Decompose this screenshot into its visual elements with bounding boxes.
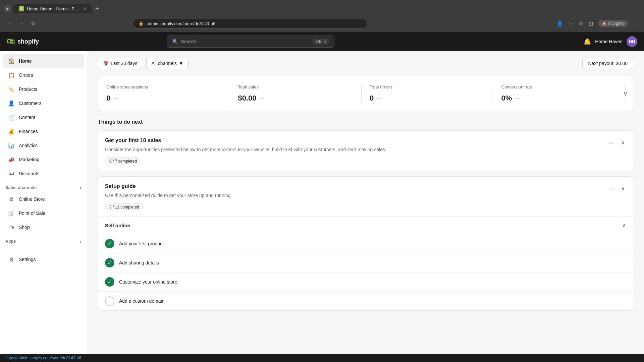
customers-icon: 👤 bbox=[8, 100, 15, 107]
back-button[interactable]: ← bbox=[5, 19, 13, 28]
checklist-text-add-product: Add your first product bbox=[119, 241, 164, 246]
incognito-badge: 🕵 Incognito bbox=[598, 20, 628, 27]
sell-online-header[interactable]: Sell online ∧ bbox=[98, 217, 633, 234]
sidebar-item-settings[interactable]: ⚙ Settings bbox=[3, 253, 84, 266]
new-tab-button[interactable]: + bbox=[92, 4, 103, 14]
online-store-icon: 🖥 bbox=[8, 196, 15, 202]
next-payout-label: Next payout: $0.00 bbox=[582, 58, 633, 69]
date-filter-button[interactable]: 📅 Last 30 days bbox=[98, 58, 142, 69]
checklist-item-add-sharing[interactable]: ✓ Add sharing details bbox=[98, 253, 633, 272]
browser-tab-bar: ▼ S Home Haven - Home · Shopify ✕ + bbox=[0, 0, 644, 15]
discounts-icon: 🏷 bbox=[8, 170, 15, 177]
sales-channel-items-container: 🖥 Online Store 🛒 Point of Sale 🛍 Shop bbox=[0, 192, 87, 234]
first-sales-collapse-button[interactable]: ∨ bbox=[620, 138, 626, 147]
sidebar-item-customers[interactable]: 👤 Customers bbox=[3, 97, 84, 110]
analytics-icon: 📊 bbox=[8, 142, 15, 149]
first-sales-more-button[interactable]: ··· bbox=[606, 137, 617, 148]
calendar-icon: 📅 bbox=[103, 61, 109, 66]
orders-value: 0 — bbox=[370, 94, 485, 103]
orders-label: Total orders bbox=[370, 84, 392, 91]
shopify-bag-icon: 🛍 bbox=[7, 37, 15, 46]
sidebar-item-point-of-sale[interactable]: 🛒 Point of Sale bbox=[3, 206, 84, 220]
shop-label: Shop bbox=[19, 225, 79, 230]
tab-close-button[interactable]: ✕ bbox=[83, 6, 87, 11]
finances-icon: 💰 bbox=[8, 128, 15, 135]
status-bar: https://admin.shopify.com/store/de8143-a… bbox=[0, 354, 644, 362]
menu-icon[interactable]: ⋮ bbox=[633, 20, 639, 27]
content-icon: 📄 bbox=[8, 114, 15, 121]
sell-online-collapse-icon: ∧ bbox=[622, 222, 626, 229]
sidebar-item-discounts[interactable]: 🏷 Discounts bbox=[3, 167, 84, 180]
checklist-item-customize-store[interactable]: ✓ Customize your online store bbox=[98, 272, 633, 291]
search-bar[interactable]: 🔍 Search Ctrl K bbox=[167, 36, 334, 48]
active-tab[interactable]: S Home Haven - Home · Shopify ✕ bbox=[13, 4, 92, 13]
setup-guide-header: Setup guide Use this personalized guide … bbox=[98, 177, 633, 217]
checklist-items-container: ✓ Add your first product ✓ Add sharing d… bbox=[98, 234, 633, 310]
sidebar-item-shop[interactable]: 🛍 Shop bbox=[3, 221, 84, 234]
sales-channels-section: Sales channels › bbox=[0, 181, 87, 192]
first-sales-content: Get your first 10 sales Consider the opp… bbox=[105, 137, 606, 165]
checklist-item-add-domain[interactable]: Add a custom domain bbox=[98, 291, 633, 310]
shopify-app: 🛍 shopify 🔍 Search Ctrl K 🔔 Home Haven H… bbox=[0, 32, 644, 362]
channel-filter-button[interactable]: All channels ▼ bbox=[146, 58, 188, 69]
filter-bar: 📅 Last 30 days All channels ▼ Next payou… bbox=[98, 58, 633, 69]
status-url: https://admin.shopify.com/store/de8143-a… bbox=[5, 356, 81, 360]
header-right: 🔔 Home Haven HH bbox=[584, 36, 637, 47]
setup-guide-more-button[interactable]: ··· bbox=[606, 183, 617, 194]
stat-sales: Total sales $0.00 — bbox=[230, 84, 362, 103]
sidebar-item-products[interactable]: 🏷️ Products bbox=[3, 82, 84, 96]
first-sales-desc: Consider the opportunities presented bel… bbox=[105, 146, 606, 153]
setup-guide-title: Setup guide bbox=[105, 183, 606, 189]
orders-label: Orders bbox=[19, 72, 79, 78]
setup-guide-card: Setup guide Use this personalized guide … bbox=[98, 176, 633, 311]
apps-chevron[interactable]: › bbox=[80, 239, 82, 244]
reload-button[interactable]: ↻ bbox=[30, 19, 37, 28]
notification-bell-button[interactable]: 🔔 bbox=[584, 38, 591, 45]
content-label: Content bbox=[19, 115, 79, 120]
settings-icon: ⚙ bbox=[8, 256, 15, 263]
marketing-icon: 📣 bbox=[8, 156, 15, 163]
store-avatar[interactable]: HH bbox=[627, 36, 637, 47]
setup-guide-desc: Use this personalized guide to get your … bbox=[105, 192, 606, 199]
sessions-value: 0 — bbox=[106, 94, 222, 103]
sales-channels-chevron[interactable]: › bbox=[80, 185, 82, 190]
sidebar-item-analytics[interactable]: 📊 Analytics bbox=[3, 139, 84, 152]
sessions-label: Online store sessions bbox=[106, 84, 148, 91]
customers-label: Customers bbox=[19, 101, 79, 106]
split-screen-icon[interactable]: ⊡ bbox=[589, 20, 593, 27]
products-label: Products bbox=[19, 86, 79, 92]
checklist-icon-customize-store: ✓ bbox=[105, 277, 114, 287]
stats-expand-button[interactable]: ∨ bbox=[623, 90, 628, 97]
conversion-label: Conversion rate bbox=[501, 84, 532, 91]
first-sales-actions: ··· ∨ bbox=[606, 137, 626, 148]
sidebar-item-finances[interactable]: 💰 Finances bbox=[3, 125, 84, 138]
bookmark-icon[interactable]: ☆ bbox=[569, 20, 573, 27]
shopify-header: 🛍 shopify 🔍 Search Ctrl K 🔔 Home Haven H… bbox=[0, 32, 644, 51]
tab-group-button[interactable]: ▼ bbox=[4, 5, 11, 12]
sidebar-item-orders[interactable]: 📋 Orders bbox=[3, 68, 84, 82]
point-of-sale-icon: 🛒 bbox=[8, 210, 15, 217]
main-content: 📅 Last 30 days All channels ▼ Next payou… bbox=[87, 51, 644, 354]
setup-guide-content: Setup guide Use this personalized guide … bbox=[105, 183, 606, 211]
sidebar-item-online-store[interactable]: 🖥 Online Store bbox=[3, 192, 84, 206]
channel-filter-chevron: ▼ bbox=[179, 61, 183, 66]
setup-guide-collapse-button[interactable]: ∧ bbox=[620, 184, 626, 193]
discounts-label: Discounts bbox=[19, 171, 79, 176]
forward-button[interactable]: → bbox=[17, 19, 25, 28]
address-bar[interactable]: 🔒 admin.shopify.com/store/de8143-a6 bbox=[133, 19, 368, 28]
home-label: Home bbox=[19, 58, 79, 64]
sidebar-item-home[interactable]: 🏠 Home bbox=[3, 54, 84, 68]
stat-conversion: Conversion rate 0% — bbox=[493, 84, 625, 103]
date-filter-label: Last 30 days bbox=[111, 61, 137, 66]
sidebar-item-marketing[interactable]: 📣 Marketing bbox=[3, 153, 84, 166]
extension-icon[interactable]: ⚙ bbox=[579, 20, 583, 27]
things-to-do-title: Things to do next bbox=[98, 119, 633, 125]
orders-icon: 📋 bbox=[8, 72, 15, 78]
checklist-icon-add-domain bbox=[105, 296, 114, 306]
search-icon: 🔍 bbox=[172, 39, 178, 44]
sidebar-item-content[interactable]: 📄 Content bbox=[3, 111, 84, 124]
nav-items-container: 🏠 Home 📋 Orders 🏷️ Products 👤 Customers … bbox=[0, 54, 87, 180]
checklist-text-add-sharing: Add sharing details bbox=[119, 260, 159, 265]
sales-label: Total sales bbox=[238, 84, 259, 91]
checklist-item-add-product[interactable]: ✓ Add your first product bbox=[98, 234, 633, 253]
